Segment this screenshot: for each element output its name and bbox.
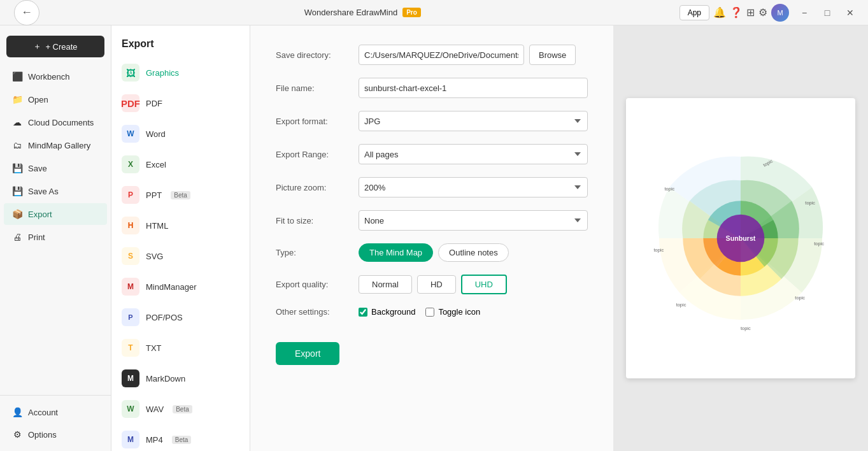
background-checkbox[interactable] bbox=[359, 308, 367, 317]
format-item-html[interactable]: H HTML bbox=[111, 210, 250, 241]
type-row: Type: The Mind Map Outline notes bbox=[276, 243, 588, 262]
format-item-svg[interactable]: S SVG bbox=[111, 241, 250, 271]
format-item-mp4[interactable]: M MP4 Beta bbox=[111, 424, 250, 451]
file-name-label: File name: bbox=[276, 83, 359, 93]
format-item-txt[interactable]: T TXT bbox=[111, 333, 250, 363]
other-settings-row: Other settings: Background Toggle icon bbox=[276, 307, 588, 317]
titlebar: ← Wondershare EdrawMind Pro App 🔔 ❓ ⊞ ⚙ … bbox=[0, 0, 868, 25]
export-button[interactable]: Export bbox=[276, 342, 339, 365]
export-icon: 📦 bbox=[11, 208, 23, 220]
maximize-button[interactable]: □ bbox=[817, 5, 837, 20]
picture-zoom-select[interactable]: 200% 100% 150% bbox=[359, 177, 588, 197]
fit-to-size-select[interactable]: None A4 A3 bbox=[359, 210, 588, 231]
excel-format-icon: X bbox=[122, 155, 139, 173]
export-format-select[interactable]: JPG PNG BMP TIFF bbox=[359, 111, 588, 131]
export-range-row: Export Range: All pages Current page bbox=[276, 144, 588, 164]
layout-icon[interactable]: ⊞ bbox=[746, 6, 755, 18]
pofpos-format-icon: P bbox=[122, 308, 139, 326]
markdown-format-icon: M bbox=[122, 369, 139, 387]
svg-text:Sunburst: Sunburst bbox=[726, 234, 756, 242]
svg-format-icon: S bbox=[122, 247, 139, 265]
format-item-ppt[interactable]: P PPT Beta bbox=[111, 180, 250, 210]
graphics-format-icon: 🖼 bbox=[122, 64, 139, 82]
format-item-graphics[interactable]: 🖼 Graphics bbox=[111, 57, 250, 88]
sidebar-item-save[interactable]: 💾 Save bbox=[4, 157, 107, 179]
type-outline-notes-button[interactable]: Outline notes bbox=[438, 243, 509, 262]
notification-icon[interactable]: 🔔 bbox=[713, 6, 726, 18]
fit-to-size-label: Fit to size: bbox=[276, 216, 359, 226]
left-sidebar: ＋ + Create ⬛ Workbench 📁 Open ☁ Cloud Do… bbox=[0, 25, 111, 451]
save-icon: 💾 bbox=[11, 162, 23, 174]
titlebar-center: Wondershare EdrawMind Pro bbox=[304, 8, 421, 17]
picture-zoom-row: Picture zoom: 200% 100% 150% bbox=[276, 177, 588, 197]
format-item-excel[interactable]: X Excel bbox=[111, 149, 250, 180]
app-button[interactable]: App bbox=[679, 5, 709, 20]
export-range-label: Export Range: bbox=[276, 150, 359, 159]
sidebar-item-mindmap-gallery[interactable]: 🗂 MindMap Gallery bbox=[4, 134, 107, 156]
picture-zoom-control: 200% 100% 150% bbox=[359, 177, 588, 197]
create-button[interactable]: ＋ + Create bbox=[6, 36, 104, 57]
sidebar-item-cloud[interactable]: ☁ Cloud Documents bbox=[4, 111, 107, 133]
sidebar-item-save-as[interactable]: 💾 Save As bbox=[4, 180, 107, 202]
format-item-mindmanager[interactable]: M MindManager bbox=[111, 271, 250, 302]
save-directory-row: Save directory: Browse bbox=[276, 45, 588, 65]
cloud-icon: ☁ bbox=[11, 117, 23, 128]
file-name-input[interactable] bbox=[359, 78, 588, 98]
html-format-icon: H bbox=[122, 217, 139, 234]
more-icon[interactable]: ⚙ bbox=[758, 6, 767, 18]
format-item-word[interactable]: W Word bbox=[111, 118, 250, 149]
toggle-icon-label: Toggle icon bbox=[438, 307, 480, 317]
format-item-pdf[interactable]: PDF PDF bbox=[111, 88, 250, 118]
toggle-icon-checkbox-item[interactable]: Toggle icon bbox=[425, 307, 480, 317]
print-icon: 🖨 bbox=[11, 231, 23, 243]
main-area: ＋ + Create ⬛ Workbench 📁 Open ☁ Cloud Do… bbox=[0, 25, 868, 451]
sidebar-bottom: 👤 Account ⚙ Options bbox=[0, 395, 111, 446]
export-format-row: Export format: JPG PNG BMP TIFF bbox=[276, 111, 588, 131]
quality-hd-button[interactable]: HD bbox=[417, 275, 456, 294]
quality-normal-button[interactable]: Normal bbox=[359, 275, 412, 294]
toggle-icon-checkbox[interactable] bbox=[425, 308, 434, 317]
sidebar-item-options[interactable]: ⚙ Options bbox=[4, 424, 107, 445]
sidebar-item-open[interactable]: 📁 Open bbox=[4, 89, 107, 110]
format-sidebar-title: Export bbox=[111, 25, 250, 57]
browse-button[interactable]: Browse bbox=[529, 45, 576, 65]
other-settings-control: Background Toggle icon bbox=[359, 307, 588, 317]
svg-text:topic: topic bbox=[805, 200, 815, 206]
pro-badge: Pro bbox=[402, 8, 421, 17]
avatar[interactable]: M bbox=[771, 4, 789, 22]
format-item-markdown[interactable]: M MarkDown bbox=[111, 363, 250, 394]
quality-label: Export quality: bbox=[276, 280, 359, 289]
close-button[interactable]: ✕ bbox=[840, 5, 860, 20]
back-button[interactable]: ← bbox=[14, 0, 39, 25]
fit-to-size-row: Fit to size: None A4 A3 bbox=[276, 210, 588, 231]
sidebar-item-export[interactable]: 📦 Export bbox=[4, 203, 107, 225]
format-item-wav[interactable]: W WAV Beta bbox=[111, 394, 250, 424]
type-label: Type: bbox=[276, 248, 359, 257]
other-settings-label: Other settings: bbox=[276, 307, 359, 317]
fit-to-size-control: None A4 A3 bbox=[359, 210, 588, 231]
quality-uhd-button[interactable]: UHD bbox=[461, 275, 507, 294]
preview-svg: Sunburst topic topic topic topic topic t… bbox=[639, 111, 843, 366]
sidebar-item-print[interactable]: 🖨 Print bbox=[4, 226, 107, 248]
save-directory-input[interactable] bbox=[359, 45, 524, 65]
mp4-beta-badge: Beta bbox=[172, 436, 192, 444]
svg-text:topic: topic bbox=[814, 241, 824, 247]
background-checkbox-item[interactable]: Background bbox=[359, 307, 415, 317]
sidebar-item-account[interactable]: 👤 Account bbox=[4, 401, 107, 423]
save-directory-label: Save directory: bbox=[276, 50, 359, 60]
export-range-select[interactable]: All pages Current page bbox=[359, 144, 588, 164]
word-format-icon: W bbox=[122, 125, 139, 143]
quality-buttons: Normal HD UHD bbox=[359, 275, 588, 294]
options-icon: ⚙ bbox=[11, 429, 23, 440]
export-format-label: Export format: bbox=[276, 117, 359, 126]
wav-format-icon: W bbox=[122, 400, 139, 418]
minimize-button[interactable]: − bbox=[794, 5, 815, 20]
sidebar-item-workbench[interactable]: ⬛ Workbench bbox=[4, 66, 107, 87]
type-mind-map-button[interactable]: The Mind Map bbox=[359, 243, 433, 262]
format-item-pofpos[interactable]: P POF/POS bbox=[111, 302, 250, 333]
export-panel: Save directory: Browse File name: Export… bbox=[250, 25, 613, 451]
account-icon: 👤 bbox=[11, 406, 23, 418]
file-name-control bbox=[359, 78, 588, 98]
help-icon[interactable]: ❓ bbox=[730, 6, 743, 18]
background-label: Background bbox=[371, 307, 415, 317]
